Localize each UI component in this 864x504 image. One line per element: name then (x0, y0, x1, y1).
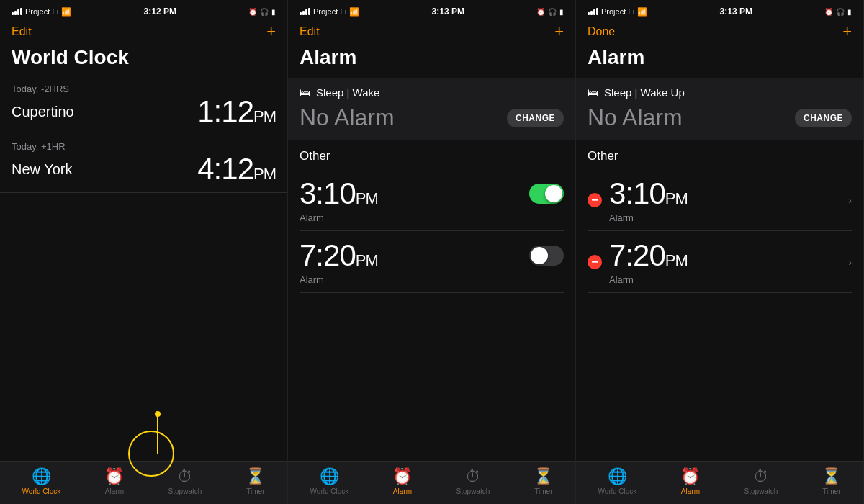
other-label-3: Other (588, 149, 852, 163)
change-button-3[interactable]: CHANGE (795, 109, 852, 127)
sleep-wake-section-3: 🛏 Sleep | Wake Up No Alarm CHANGE (576, 78, 863, 140)
alarm-item-720: 7:20PM Alarm (300, 231, 564, 293)
other-label-2: Other (300, 149, 564, 163)
tab-bar-3: 🌐 World Clock ⏰ Alarm ⏱ Stopwatch ⏳ Time… (576, 461, 863, 504)
alarm-720-label: Alarm (300, 274, 564, 285)
status-right-3: ⏰ 🎧 ▮ (824, 8, 852, 16)
page-title-3: Alarm (576, 46, 863, 78)
add-button-2[interactable]: + (554, 24, 564, 40)
status-bar-1: Project Fi 📶 3:12 PM ⏰ 🎧 ▮ (0, 0, 287, 20)
world-clock-icon-3: 🌐 (608, 467, 627, 486)
alarm-indicator-1: ⏰ (248, 8, 257, 16)
world-clock-label-2: World Clock (310, 487, 349, 495)
cupertino-name: Cupertino (12, 104, 74, 120)
bed-icon-2: 🛏 (300, 86, 310, 99)
alarm-310-time: 3:10PM (300, 176, 378, 211)
alarm-label-tab-1: Alarm (105, 487, 124, 495)
toggle-310-thumb (545, 185, 562, 202)
world-clock-icon-1: 🌐 (32, 467, 51, 486)
timer-icon-1: ⏳ (246, 467, 265, 486)
tab-world-clock-1[interactable]: 🌐 World Clock (22, 467, 61, 495)
signal-icon (12, 8, 22, 15)
battery-icon-2: ▮ (559, 8, 564, 16)
edit-button-1[interactable]: Edit (12, 25, 32, 38)
alarm-720-label-3: Alarm (609, 274, 688, 285)
world-clock-label-3: World Clock (598, 487, 637, 495)
screen-world-clock: Project Fi 📶 3:12 PM ⏰ 🎧 ▮ Edit + World … (0, 0, 288, 504)
signal-icon-3 (588, 8, 598, 15)
add-button-1[interactable]: + (266, 24, 276, 40)
edit-button-2[interactable]: Edit (300, 25, 320, 38)
carrier-label-3: Project Fi (601, 7, 634, 16)
status-right-1: ⏰ 🎧 ▮ (248, 8, 276, 16)
sleep-wake-label-3: 🛏 Sleep | Wake Up (588, 86, 685, 99)
timer-label-3: Timer (822, 487, 840, 495)
delete-720-button[interactable]: − (588, 255, 602, 269)
battery-icon-3: ▮ (847, 8, 852, 16)
clock-item-cupertino: Today, -2HRS Cupertino 1:12PM (0, 78, 287, 135)
nav-bar-3: Done + (576, 20, 863, 46)
tab-timer-1[interactable]: ⏳ Timer (246, 467, 265, 495)
alarm-310-label: Alarm (300, 212, 564, 223)
newyork-meta: Today, +1HR (12, 141, 276, 152)
page-title-1: World Clock (0, 46, 287, 78)
wifi-icon-3: 📶 (637, 7, 647, 17)
toggle-720-thumb (531, 247, 548, 264)
cupertino-meta: Today, -2HRS (12, 84, 276, 94)
alarm-item-310-edit: − 3:10PM Alarm › (588, 169, 852, 231)
add-button-3[interactable]: + (842, 24, 852, 40)
tab-world-clock-2[interactable]: 🌐 World Clock (310, 467, 349, 495)
newyork-name: New York (12, 161, 73, 178)
toggle-310-switch[interactable] (529, 184, 564, 204)
sleep-wake-text-3: Sleep | Wake Up (604, 86, 685, 99)
alarm-310-left: − 3:10PM Alarm (588, 176, 688, 223)
world-clock-label-1: World Clock (22, 487, 61, 495)
toggle-310[interactable] (529, 184, 564, 204)
nav-bar-1: Edit + (0, 20, 287, 46)
alarm-720-left: − 7:20PM Alarm (588, 238, 688, 285)
clock-list: Today, -2HRS Cupertino 1:12PM Today, +1H… (0, 78, 287, 461)
carrier-label-2: Project Fi (313, 7, 346, 16)
wifi-icon-1: 📶 (61, 7, 71, 17)
no-alarm-text-2: No Alarm (300, 104, 395, 131)
time-label-3: 3:13 PM (720, 6, 752, 17)
toggle-720[interactable] (529, 246, 564, 266)
battery-icon-1: ▮ (271, 8, 276, 16)
page-title-2: Alarm (288, 46, 575, 78)
tab-bar-2: 🌐 World Clock ⏰ Alarm ⏱ Stopwatch ⏳ Time… (288, 461, 575, 504)
time-label-2: 3:13 PM (432, 6, 464, 17)
tab-alarm-1[interactable]: ⏰ Alarm (104, 467, 124, 495)
done-button-3[interactable]: Done (588, 25, 615, 38)
alarm-icon-3: ⏰ (680, 467, 700, 486)
carrier-label-1: Project Fi (25, 7, 58, 16)
tab-stopwatch-2[interactable]: ⏱ Stopwatch (456, 467, 490, 495)
status-left-1: Project Fi 📶 (12, 7, 71, 17)
other-section-3: Other − 3:10PM Alarm › (576, 140, 863, 293)
stopwatch-label-1: Stopwatch (168, 487, 202, 495)
alarm-item-720-edit: − 7:20PM Alarm › (588, 231, 852, 293)
status-left-3: Project Fi 📶 (588, 7, 647, 17)
alarm-icon-1: ⏰ (104, 467, 124, 486)
alarm-indicator-3: ⏰ (824, 8, 833, 16)
tab-stopwatch-1[interactable]: ⏱ Stopwatch (168, 467, 202, 495)
tab-world-clock-3[interactable]: 🌐 World Clock (598, 467, 637, 495)
time-label-1: 3:12 PM (144, 6, 176, 17)
tab-alarm-3[interactable]: ⏰ Alarm (680, 467, 700, 495)
tab-bar-1: 🌐 World Clock ⏰ Alarm ⏱ Stopwatch ⏳ Time… (0, 461, 287, 504)
delete-310-button[interactable]: − (588, 193, 602, 207)
status-bar-3: Project Fi 📶 3:13 PM ⏰ 🎧 ▮ (576, 0, 863, 20)
tab-alarm-2[interactable]: ⏰ Alarm (392, 467, 412, 495)
tab-timer-2[interactable]: ⏳ Timer (534, 467, 553, 495)
tab-timer-3[interactable]: ⏳ Timer (822, 467, 841, 495)
sleep-wake-label-2: 🛏 Sleep | Wake (300, 86, 379, 99)
stopwatch-label-3: Stopwatch (744, 487, 778, 495)
timer-label-2: Timer (534, 487, 552, 495)
tab-stopwatch-3[interactable]: ⏱ Stopwatch (744, 467, 778, 495)
chevron-720: › (848, 256, 852, 268)
toggle-720-switch[interactable] (529, 246, 564, 266)
headphone-icon-1: 🎧 (260, 8, 269, 16)
other-section-2: Other 3:10PM Alarm 7:20PM (288, 140, 575, 293)
chevron-310: › (848, 194, 852, 206)
stopwatch-icon-1: ⏱ (177, 467, 193, 486)
change-button-2[interactable]: CHANGE (507, 109, 564, 127)
